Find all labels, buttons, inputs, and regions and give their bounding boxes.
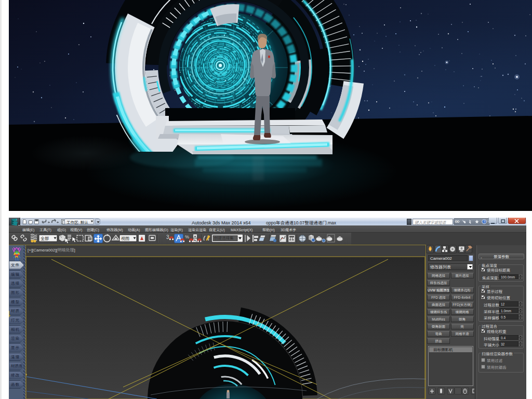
svg-text:创建选择集: 创建选择集 <box>214 235 234 241</box>
svg-text:全部: 全部 <box>41 235 49 241</box>
svg-text:%: % <box>185 234 189 240</box>
svg-text:视图: 视图 <box>121 235 129 241</box>
svg-text:?: ? <box>483 219 485 224</box>
svg-text:3: 3 <box>166 234 169 240</box>
